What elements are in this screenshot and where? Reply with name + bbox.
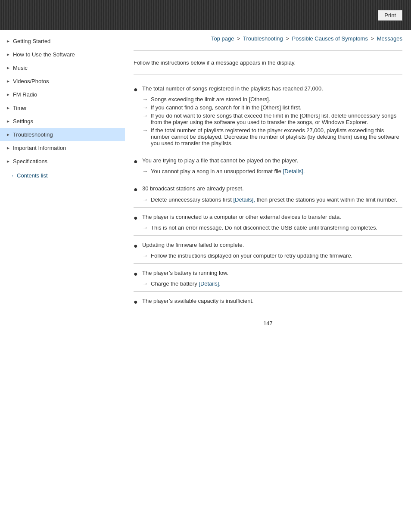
sidebar-item-troubleshooting[interactable]: ►Troubleshooting — [0, 128, 125, 141]
arrow-text: If you cannot find a song, search for it… — [151, 104, 302, 111]
arrow-item-1-0: →You cannot play a song in an unsupporte… — [142, 168, 402, 174]
arrow-right-icon: → — [9, 172, 14, 179]
sidebar-item-how-to-use-the-software[interactable]: ►How to Use the Software — [0, 48, 125, 61]
bullet-item-4: ●Updating the firmware failed to complet… — [134, 242, 402, 250]
arrow-text: If the total number of playlists registe… — [151, 127, 399, 146]
contents-list-label: Contents list — [17, 172, 48, 179]
sidebar-item-label: Timer — [13, 105, 27, 111]
breadcrumb-possible-causes[interactable]: Possible Causes of Symptoms — [292, 35, 368, 42]
main-layout: ►Getting Started►How to Use the Software… — [0, 30, 411, 338]
arrow-sym-icon: → — [142, 224, 149, 231]
breadcrumb-sep3: > — [371, 35, 374, 42]
section-block-2: ●30 broadcast stations are already prese… — [134, 179, 402, 207]
arrow-sym-icon: → — [142, 127, 149, 134]
bullet-dot: ● — [134, 185, 140, 193]
arrow-content: Songs exceeding the limit are stored in … — [151, 96, 402, 103]
bullet-dot: ● — [134, 270, 140, 278]
arrow-sym-icon: → — [142, 196, 149, 203]
sidebar-arrow-icon: ► — [6, 119, 10, 124]
sidebar-item-label: How to Use the Software — [13, 51, 75, 58]
sidebar-arrow-icon: ► — [6, 146, 10, 150]
arrow-content: If you cannot find a song, search for it… — [151, 104, 402, 111]
arrow-link[interactable]: [Details]. — [199, 280, 221, 287]
arrow-content: If the total number of playlists registe… — [151, 127, 402, 146]
arrow-item-3-0: →This is not an error message. Do not di… — [142, 224, 402, 231]
page-number: 147 — [134, 313, 402, 329]
arrow-link[interactable]: [Details]. — [283, 168, 305, 174]
sidebar-item-music[interactable]: ►Music — [0, 61, 125, 75]
arrow-item-2-0: →Delete unnecessary stations first [Deta… — [142, 196, 402, 203]
arrow-item-4-0: →Follow the instructions displayed on yo… — [142, 252, 402, 259]
arrow-item-5-0: →Charge the battery [Details]. — [142, 280, 402, 287]
bullet-text: The total number of songs registered in … — [142, 85, 323, 92]
bullet-text: Updating the firmware failed to complete… — [142, 242, 244, 248]
intro-text: Follow the instructions below if a messa… — [134, 55, 402, 70]
bullet-dot: ● — [134, 157, 140, 165]
bullet-item-0: ●The total number of songs registered in… — [134, 85, 402, 93]
main-content: Top page > Troubleshooting > Possible Ca… — [125, 30, 411, 338]
sidebar-item-important-information[interactable]: ►Important Information — [0, 141, 125, 155]
section-block-4: ●Updating the firmware failed to complet… — [134, 236, 402, 264]
bullet-item-3: ●The player is connected to a computer o… — [134, 214, 402, 222]
sidebar-item-label: Videos/Photos — [13, 78, 49, 84]
bullet-text: 30 broadcast stations are already preset… — [142, 185, 244, 192]
sidebar-item-label: Settings — [13, 118, 33, 124]
intro-divider — [134, 75, 402, 75]
print-button[interactable]: Print — [378, 10, 402, 21]
arrow-link[interactable]: [Details], — [233, 196, 255, 203]
sidebar-item-label: Getting Started — [13, 38, 50, 44]
sidebar-arrow-icon: ► — [6, 159, 10, 164]
arrow-content: If you do not want to store songs that e… — [151, 112, 402, 125]
sidebar-arrow-icon: ► — [6, 39, 10, 44]
bullet-item-2: ●30 broadcast stations are already prese… — [134, 185, 402, 193]
sidebar-item-label: Specifications — [13, 158, 47, 165]
bullet-text: The player’s available capacity is insuf… — [142, 298, 254, 304]
sidebar-item-specifications[interactable]: ►Specifications — [0, 155, 125, 168]
breadcrumb-troubleshooting[interactable]: Troubleshooting — [243, 35, 283, 42]
header-bar: Print — [0, 0, 411, 30]
arrow-text: This is not an error message. Do not dis… — [151, 224, 377, 231]
breadcrumb-top-page[interactable]: Top page — [211, 35, 234, 42]
bullet-dot: ● — [134, 298, 140, 306]
section-block-3: ●The player is connected to a computer o… — [134, 208, 402, 236]
section-block-1: ●You are trying to play a file that cann… — [134, 151, 402, 179]
sidebar-item-label: FM Radio — [13, 91, 37, 98]
section-block-6: ●The player’s available capacity is insu… — [134, 292, 402, 313]
section-block-5: ●The player’s battery is running low.→Ch… — [134, 264, 402, 292]
sidebar-item-getting-started[interactable]: ►Getting Started — [0, 34, 125, 48]
sidebar-item-settings[interactable]: ►Settings — [0, 115, 125, 128]
bullet-text: The player’s battery is running low. — [142, 270, 228, 276]
sidebar-item-label: Troubleshooting — [13, 131, 53, 138]
section-block-0: ●The total number of songs registered in… — [134, 79, 402, 151]
arrow-sym-icon: → — [142, 252, 149, 259]
arrow-text: Delete unnecessary stations first — [151, 196, 233, 203]
arrow-after-text: then preset the stations you want within… — [255, 196, 397, 203]
arrow-sym-icon: → — [142, 96, 149, 103]
arrow-content: This is not an error message. Do not dis… — [151, 224, 402, 231]
bullet-dot: ● — [134, 242, 140, 250]
sidebar-item-label: Important Information — [13, 145, 66, 151]
sidebar-arrow-icon: ► — [6, 132, 10, 137]
arrow-content: Follow the instructions displayed on you… — [151, 252, 402, 259]
arrow-content: Delete unnecessary stations first [Detai… — [151, 196, 402, 203]
arrow-item-0-2: →If you do not want to store songs that … — [142, 112, 402, 125]
sidebar-arrow-icon: ► — [6, 92, 10, 97]
arrow-content: Charge the battery [Details]. — [151, 280, 402, 287]
breadcrumb-sep1: > — [237, 35, 240, 42]
sidebar-item-fm-radio[interactable]: ►FM Radio — [0, 88, 125, 101]
sidebar-arrow-icon: ► — [6, 106, 10, 110]
arrow-sym-icon: → — [142, 168, 149, 174]
bullet-dot: ● — [134, 214, 140, 222]
bullet-item-1: ●You are trying to play a file that cann… — [134, 157, 402, 165]
arrow-text: You cannot play a song in an unsupported… — [151, 168, 283, 174]
sidebar-item-videos/photos[interactable]: ►Videos/Photos — [0, 75, 125, 88]
arrow-text: If you do not want to store songs that e… — [151, 112, 396, 125]
contents-list-link[interactable]: → Contents list — [0, 168, 125, 183]
arrow-item-0-3: →If the total number of playlists regist… — [142, 127, 402, 146]
sidebar: ►Getting Started►How to Use the Software… — [0, 30, 125, 187]
arrow-sym-icon: → — [142, 104, 149, 111]
arrow-sym-icon: → — [142, 280, 149, 287]
sidebar-arrow-icon: ► — [6, 79, 10, 84]
sidebar-item-timer[interactable]: ►Timer — [0, 101, 125, 115]
breadcrumb-sep2: > — [286, 35, 289, 42]
